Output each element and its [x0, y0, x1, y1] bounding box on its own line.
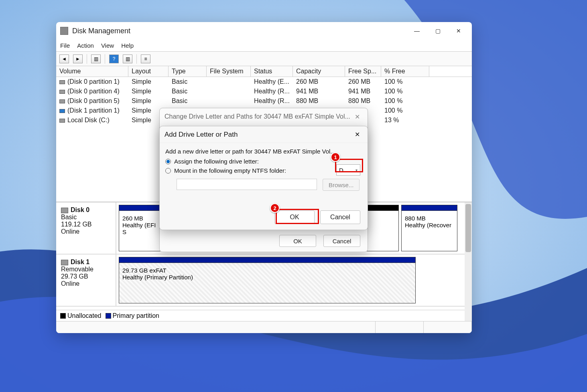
maximize-button[interactable]: ▢: [429, 24, 447, 37]
col-capacity[interactable]: Capacity: [293, 66, 345, 77]
menu-view[interactable]: View: [101, 42, 114, 49]
toolbar-separator: [136, 54, 137, 64]
col-status[interactable]: Status: [251, 66, 293, 77]
legend-swatch-primary: [106, 313, 111, 319]
col-layout[interactable]: Layout: [128, 66, 169, 77]
col-volume[interactable]: Volume: [56, 66, 128, 77]
titlebar[interactable]: Disk Management — ▢ ✕: [56, 22, 472, 40]
statusbar: [56, 321, 472, 333]
menu-action[interactable]: Action: [77, 42, 94, 49]
add-drive-letter-dialog: Add Drive Letter or Path ✕ Add a new dri…: [159, 126, 368, 230]
drive-icon: [59, 109, 65, 113]
dialog-title: Change Drive Letter and Paths for 30447 …: [165, 113, 351, 120]
menubar: File Action View Help: [56, 40, 472, 52]
toolbar-icon[interactable]: ≡: [141, 55, 150, 63]
minimize-button[interactable]: —: [408, 24, 426, 37]
menu-help[interactable]: Help: [121, 42, 134, 49]
col-type[interactable]: Type: [169, 66, 207, 77]
dialog-title: Add Drive Letter or Path: [165, 131, 351, 139]
partition[interactable]: 29.73 GB exFATHealthy (Primary Partition…: [119, 257, 416, 303]
legend-swatch-unallocated: [60, 313, 66, 319]
partition[interactable]: 260 MBHealthy (EFI S: [119, 205, 163, 251]
toolbar: ◄ ► ▥ ? ▥ ≡: [56, 52, 472, 66]
disk-icon: [61, 260, 68, 265]
browse-button: Browse...: [323, 179, 360, 191]
help-icon[interactable]: ?: [109, 55, 119, 63]
partition[interactable]: 880 MBHealthy (Recover: [401, 205, 457, 251]
chevron-down-icon: ▾: [355, 168, 357, 172]
drive-icon: [59, 99, 65, 103]
drive-letter-value: D: [339, 167, 343, 174]
dialog-prompt: Add a new drive letter or path for 30447…: [165, 148, 362, 155]
legend-unallocated: Unallocated: [67, 312, 102, 319]
toolbar-separator: [87, 54, 87, 64]
disk-row: Disk 1Removable29.73 GBOnline29.73 GB ex…: [56, 255, 472, 307]
scrollbar-thumb[interactable]: [465, 204, 471, 252]
radio-mount-folder[interactable]: [165, 168, 171, 174]
col-freespace[interactable]: Free Sp...: [345, 66, 381, 77]
forward-button[interactable]: ►: [73, 55, 83, 63]
drive-letter-select[interactable]: D ▾: [336, 164, 360, 176]
mount-path-input: [177, 179, 317, 190]
col-pctfree[interactable]: % Free: [381, 66, 429, 77]
cancel-button[interactable]: Cancel: [320, 210, 360, 224]
toolbar-icon[interactable]: ▥: [91, 55, 101, 63]
scrollbar[interactable]: [465, 202, 472, 321]
volume-row[interactable]: (Disk 0 partition 5)SimpleBasicHealthy (…: [56, 96, 472, 106]
legend-primary: Primary partition: [113, 312, 159, 319]
toolbar-separator: [105, 54, 105, 64]
radio-assign-letter[interactable]: [165, 159, 171, 164]
legend: Unallocated Primary partition: [56, 310, 465, 321]
col-filesystem[interactable]: File System: [207, 66, 251, 77]
ok-button[interactable]: OK: [279, 235, 316, 247]
window-title: Disk Management: [72, 27, 408, 35]
disk-icon: [61, 208, 68, 213]
menu-file[interactable]: File: [60, 42, 70, 49]
radio-assign-letter-label: Assign the following drive letter:: [174, 158, 259, 165]
cancel-button[interactable]: Cancel: [323, 235, 360, 247]
toolbar-icon[interactable]: ▥: [123, 55, 132, 63]
ok-button[interactable]: OK: [274, 210, 315, 224]
back-button[interactable]: ◄: [59, 55, 69, 63]
close-icon[interactable]: ✕: [351, 113, 363, 121]
app-icon: [60, 27, 68, 35]
volume-row[interactable]: (Disk 0 partition 4)SimpleBasicHealthy (…: [56, 87, 472, 96]
volume-list-header: Volume Layout Type File System Status Ca…: [56, 66, 472, 77]
drive-icon: [59, 80, 65, 84]
radio-mount-folder-label: Mount in the following empty NTFS folder…: [174, 167, 286, 174]
drive-icon: [59, 119, 65, 123]
drive-icon: [59, 90, 65, 94]
close-button[interactable]: ✕: [449, 24, 468, 37]
volume-row[interactable]: (Disk 0 partition 1)SimpleBasicHealthy (…: [56, 77, 472, 87]
close-icon[interactable]: ✕: [351, 131, 363, 138]
